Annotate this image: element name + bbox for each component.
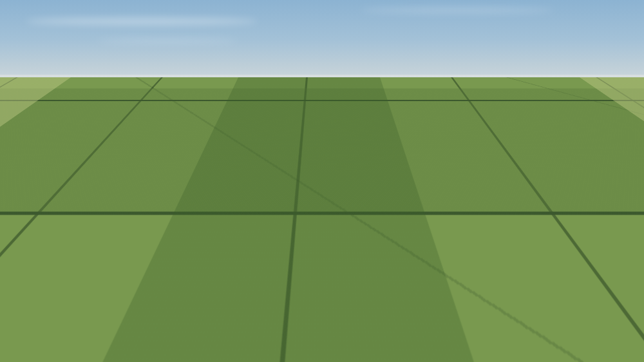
bnk-value: -19° <box>323 356 333 361</box>
telemetry-group-speed-altitude: IAS: 232 kn ALT: 1999 ft <box>171 349 217 362</box>
date-row: F2 01/06/2011 <box>607 356 641 361</box>
aircraft-name: Fw 190 A-8 <box>46 353 76 359</box>
rpm-value: 86% <box>397 353 408 359</box>
loc-row: LOC: 49°19'33"N 00°51'09"W <box>222 356 294 361</box>
mission-date: 01/06/2011 <box>614 356 641 361</box>
alt-value: 1999 ft <box>196 356 213 361</box>
telemetry-group-pitch-bank: PTH: 0° BNK: -19° <box>299 349 337 362</box>
telemetry-group-flaps: FLP: 0% <box>412 349 443 362</box>
flp-label: FLP: <box>417 353 429 359</box>
g-row: G: 1.1 <box>342 356 372 361</box>
bar-filler <box>444 349 602 362</box>
status-bar: Fw 190 A-8 IAS: 232 kn ALT: 1999 ft HDG:… <box>0 348 644 362</box>
loc-value: 49°19'33"N 00°51'09"W <box>237 356 294 361</box>
cloud-streak <box>361 8 554 13</box>
rpm-row: RPM: 86% <box>381 353 408 359</box>
g-label: G: <box>342 356 348 361</box>
bnk-label: BNK: <box>304 356 317 361</box>
alt-label: ALT: <box>176 356 187 361</box>
aircraft-id: Fw 190 A-8 <box>0 349 107 362</box>
bar-spacer <box>107 349 171 362</box>
loc-label: LOC: <box>222 356 235 361</box>
telemetry-group-heading-location: HDG: 068°(ENE) LOC: 49°19'33"N 00°51'09"… <box>217 349 299 362</box>
mission-clock: 18:00:33 F2 01/06/2011 <box>602 349 644 362</box>
flp-value: 0% <box>431 353 439 359</box>
rpm-label: RPM: <box>381 353 395 359</box>
bnk-row: BNK: -19° <box>304 356 332 361</box>
alt-row: ALT: 1999 ft <box>176 356 213 361</box>
game-viewport[interactable]: 10 Fw 190 A-8 <box>0 0 644 362</box>
telemetry-group-aoa-g: AOA: 1.1° G: 1.1 <box>337 349 376 362</box>
telemetry-group-rpm: RPM: 86% <box>376 349 412 362</box>
view-label: F2 <box>607 356 614 361</box>
cloud-streak <box>26 18 258 24</box>
g-value: 1.1 <box>364 356 372 361</box>
german-ww2-flag-icon <box>5 350 43 361</box>
cloud-streak <box>97 39 238 43</box>
flp-row: FLP: 0% <box>417 353 439 359</box>
farmland-terrain <box>0 77 644 362</box>
